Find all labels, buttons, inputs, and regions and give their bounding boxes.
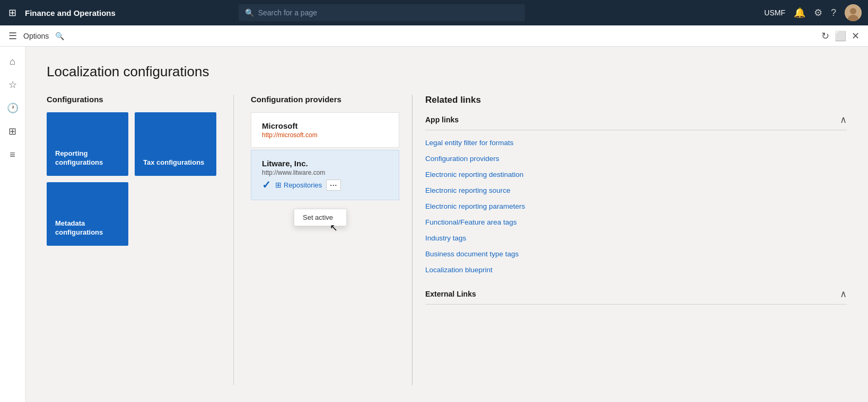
page-title: Localization configurations bbox=[47, 64, 847, 80]
sidebar-favorites[interactable]: ☆ bbox=[2, 74, 23, 95]
tiles-grid: Reporting configurations Tax configurati… bbox=[47, 112, 216, 246]
set-active-option[interactable]: Set active bbox=[294, 209, 346, 226]
link-er-source[interactable]: Electronic reporting source bbox=[425, 186, 511, 194]
list-item: Localization blueprint bbox=[425, 262, 847, 278]
providers-col: Configuration providers Microsoft http:/… bbox=[251, 95, 399, 385]
topbar: ⊞ Finance and Operations 🔍 USMF 🔔 ⚙ ? bbox=[0, 0, 868, 25]
link-industry-tags[interactable]: Industry tags bbox=[425, 234, 466, 242]
list-item: Electronic reporting destination bbox=[425, 166, 847, 182]
app-links-title: App links bbox=[425, 115, 459, 124]
app-title: Finance and Operations bbox=[25, 8, 116, 17]
provider-card-microsoft[interactable]: Microsoft http://microsoft.com bbox=[251, 112, 399, 148]
providers-heading: Configuration providers bbox=[251, 95, 399, 104]
notification-icon[interactable]: 🔔 bbox=[794, 7, 805, 19]
col-divider-1 bbox=[233, 95, 234, 385]
link-er-parameters[interactable]: Electronic reporting parameters bbox=[425, 202, 525, 210]
sidebar-home[interactable]: ⌂ bbox=[2, 51, 23, 72]
main-content: Localization configurations Configuratio… bbox=[25, 47, 868, 402]
sidebar-recent[interactable]: 🕐 bbox=[2, 97, 23, 119]
more-options-dropdown: Set active bbox=[294, 209, 347, 226]
sidebar-list[interactable]: ≡ bbox=[2, 144, 23, 165]
external-links-section-header: External Links ∧ bbox=[425, 288, 847, 305]
external-links-title: External Links bbox=[425, 290, 476, 298]
sidebar-grid[interactable]: ⊞ bbox=[2, 121, 23, 142]
app-links-list: Legal entity filter for formats Configur… bbox=[425, 135, 847, 278]
link-config-providers[interactable]: Configuration providers bbox=[425, 155, 499, 163]
svg-point-1 bbox=[850, 8, 856, 14]
secondbar: ☰ Options 🔍 ↻ ⬜ ✕ bbox=[0, 25, 868, 47]
repos-icon: ⊞ bbox=[275, 181, 282, 189]
grid-icon[interactable]: ⊞ bbox=[6, 5, 19, 21]
secondbar-actions: ↻ ⬜ ✕ bbox=[821, 30, 860, 42]
link-biz-doc-tags[interactable]: Business document type tags bbox=[425, 250, 519, 258]
settings-icon[interactable]: ⚙ bbox=[814, 7, 822, 19]
sidebar: ⌂ ☆ 🕐 ⊞ ≡ bbox=[0, 47, 25, 402]
related-col: Related links App links ∧ Legal entity f… bbox=[425, 95, 847, 385]
link-er-destination[interactable]: Electronic reporting destination bbox=[425, 171, 523, 178]
secondbar-title: Options bbox=[23, 32, 49, 40]
provider-url-litware: http://www.litware.com bbox=[262, 169, 388, 176]
list-item: Configuration providers bbox=[425, 150, 847, 166]
search-box[interactable]: 🔍 bbox=[239, 4, 525, 21]
content-row: Configurations Reporting configurations … bbox=[47, 95, 847, 385]
list-item: Legal entity filter for formats bbox=[425, 135, 847, 150]
provider-actions-litware: ✓ ⊞ Repositories ··· bbox=[262, 178, 388, 191]
topbar-right: USMF 🔔 ⚙ ? bbox=[764, 4, 862, 21]
configurations-heading: Configurations bbox=[47, 95, 216, 104]
close-icon[interactable]: ✕ bbox=[852, 30, 860, 42]
more-options-button[interactable]: ··· bbox=[326, 180, 341, 191]
refresh-icon[interactable]: ↻ bbox=[821, 30, 829, 42]
window-icon[interactable]: ⬜ bbox=[835, 30, 846, 42]
list-item: Electronic reporting source bbox=[425, 182, 847, 198]
active-checkmark-icon: ✓ bbox=[262, 178, 271, 191]
list-item: Electronic reporting parameters bbox=[425, 198, 847, 214]
configurations-col: Configurations Reporting configurations … bbox=[47, 95, 216, 385]
app-links-section-header: App links ∧ bbox=[425, 114, 847, 130]
repositories-link[interactable]: ⊞ Repositories bbox=[275, 181, 322, 189]
tile-tax[interactable]: Tax configurations bbox=[135, 112, 216, 176]
link-functional-tags[interactable]: Functional/Feature area tags bbox=[425, 218, 517, 226]
avatar[interactable] bbox=[845, 4, 862, 21]
related-heading: Related links bbox=[425, 95, 847, 105]
provider-url-microsoft: http://microsoft.com bbox=[262, 131, 388, 139]
scroll-divider bbox=[412, 95, 413, 385]
link-legal-entity[interactable]: Legal entity filter for formats bbox=[425, 139, 514, 147]
list-item: Functional/Feature area tags bbox=[425, 214, 847, 230]
external-links-collapse-icon[interactable]: ∧ bbox=[840, 288, 847, 300]
secondbar-search-icon[interactable]: 🔍 bbox=[55, 32, 64, 40]
help-icon[interactable]: ? bbox=[831, 7, 836, 19]
search-input[interactable] bbox=[258, 8, 519, 17]
provider-name-litware: Litware, Inc. bbox=[262, 159, 388, 168]
username: USMF bbox=[764, 8, 785, 17]
link-localization-blueprint[interactable]: Localization blueprint bbox=[425, 266, 493, 274]
provider-card-litware[interactable]: Litware, Inc. http://www.litware.com ✓ ⊞… bbox=[251, 150, 399, 200]
provider-name-microsoft: Microsoft bbox=[262, 121, 388, 130]
list-item: Industry tags bbox=[425, 230, 847, 246]
search-icon: 🔍 bbox=[245, 8, 254, 17]
tile-reporting[interactable]: Reporting configurations bbox=[47, 112, 128, 176]
tile-metadata[interactable]: Metadata configurations bbox=[47, 182, 128, 246]
list-item: Business document type tags bbox=[425, 246, 847, 262]
hamburger-icon[interactable]: ☰ bbox=[8, 30, 17, 42]
app-links-collapse-icon[interactable]: ∧ bbox=[840, 114, 847, 126]
